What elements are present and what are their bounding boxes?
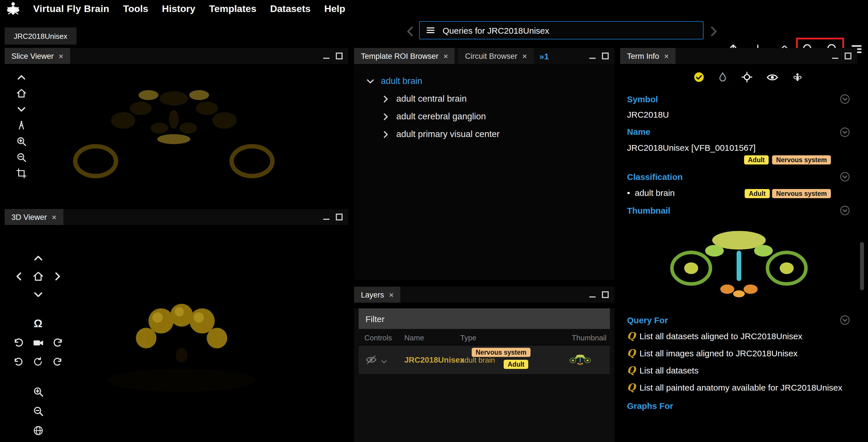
- minimize-icon[interactable]: [323, 219, 330, 220]
- layers-filter-input[interactable]: Filter: [359, 308, 610, 329]
- visibility-toggle-icon[interactable]: [366, 354, 377, 366]
- close-icon[interactable]: ×: [523, 52, 527, 60]
- 3d-viewer-tab[interactable]: 3D Viewer ×: [5, 209, 63, 225]
- measure-tool-button[interactable]: [16, 120, 27, 131]
- layer-thumbnail-image[interactable]: [568, 353, 593, 367]
- query-link[interactable]: QList all datasets aligned to JRC2018Uni…: [627, 330, 850, 343]
- collapse-chevron-icon[interactable]: [839, 171, 850, 182]
- collapse-chevron-icon[interactable]: [839, 205, 850, 216]
- term-thumbnail-image[interactable]: [657, 220, 820, 308]
- chevron-down-icon[interactable]: [366, 76, 375, 86]
- rotate-left-button[interactable]: [13, 271, 25, 282]
- tree-node-adult-central-brain[interactable]: adult central brain: [381, 90, 615, 107]
- chevron-right-icon[interactable]: [381, 129, 391, 139]
- zoom-in-button[interactable]: [16, 136, 27, 147]
- crop-tool-button[interactable]: [16, 168, 27, 179]
- query-link[interactable]: QList all painted anatomy available for …: [627, 381, 850, 394]
- minimize-icon[interactable]: [589, 296, 596, 297]
- slice-up-button[interactable]: [16, 72, 27, 83]
- close-icon[interactable]: ×: [664, 52, 669, 60]
- more-tabs-button[interactable]: »1: [534, 51, 555, 61]
- flip-view-button[interactable]: Ω: [34, 317, 42, 330]
- close-icon[interactable]: ×: [444, 52, 448, 60]
- maximize-icon[interactable]: [336, 214, 343, 220]
- slice-down-button[interactable]: [16, 104, 27, 115]
- search-next-icon[interactable]: [707, 25, 721, 38]
- minimize-icon[interactable]: [589, 58, 596, 59]
- chevron-right-icon[interactable]: [381, 93, 391, 104]
- maximize-icon[interactable]: [602, 53, 609, 59]
- menu-tools[interactable]: Tools: [123, 3, 148, 15]
- collapse-chevron-icon[interactable]: [839, 94, 850, 105]
- maximize-icon[interactable]: [336, 53, 343, 59]
- close-icon[interactable]: ×: [52, 213, 56, 221]
- menu-datasets[interactable]: Datasets: [270, 3, 311, 15]
- tree-node-adult-cerebral-ganglion[interactable]: adult cerebral ganglion: [381, 107, 615, 125]
- chevron-right-icon[interactable]: [381, 111, 391, 122]
- center-target-icon[interactable]: [741, 71, 753, 83]
- 3d-viewer-header: 3D Viewer ×: [5, 209, 348, 225]
- layer-name[interactable]: JRC2018Unisex: [404, 355, 464, 364]
- maximize-icon[interactable]: [602, 291, 609, 298]
- search-prev-icon[interactable]: [403, 25, 417, 38]
- query-link[interactable]: QList all images aligned to JRC2018Unise…: [627, 347, 850, 360]
- term-info-header: Term Info ×: [620, 48, 857, 64]
- tree-node-adult-primary-visual-center[interactable]: adult primary visual center: [381, 125, 615, 143]
- minimize-icon[interactable]: [323, 58, 330, 59]
- zoom-out-button[interactable]: [16, 152, 27, 163]
- slice-viewer-panel: Slice Viewer ×: [5, 48, 348, 203]
- roll-ccw-button[interactable]: [13, 337, 25, 348]
- layers-tab[interactable]: Layers ×: [354, 287, 400, 303]
- eye-icon[interactable]: [766, 71, 778, 83]
- section-symbol: Symbol: [627, 94, 658, 104]
- menu-templates[interactable]: Templates: [209, 3, 256, 15]
- 3d-viewer-canvas[interactable]: Ω: [5, 225, 348, 442]
- tree-node-adult-brain[interactable]: adult brain: [366, 72, 615, 90]
- search-menu-icon[interactable]: [426, 25, 436, 35]
- chevron-down-icon[interactable]: [380, 356, 388, 367]
- tilt-up-button[interactable]: [33, 252, 44, 264]
- term-info-tab[interactable]: Term Info ×: [620, 48, 676, 64]
- reset-rotation-button[interactable]: [33, 356, 43, 368]
- roll-cw-button[interactable]: [52, 337, 63, 348]
- badge-adult: Adult: [744, 155, 769, 164]
- zoom-in-button[interactable]: [33, 386, 44, 398]
- layers-columns: Controls Name Type Thumbnail: [359, 330, 610, 345]
- tab-template-roi-browser[interactable]: Template ROI Browser ×: [354, 48, 455, 64]
- query-link[interactable]: QList all datasets: [627, 364, 850, 377]
- collapse-chevron-icon[interactable]: [839, 315, 850, 326]
- vfb-fly-logo-icon[interactable]: [5, 1, 22, 18]
- column-type: Type: [460, 334, 476, 342]
- menu-history[interactable]: History: [162, 3, 195, 15]
- slice-viewer-tab[interactable]: Slice Viewer ×: [5, 48, 70, 64]
- droplet-icon[interactable]: [717, 71, 728, 83]
- document-tab[interactable]: JRC2018Unisex: [5, 27, 76, 44]
- roi-tree: adult brain adult central brain adult ce…: [354, 64, 615, 143]
- spin-cw-button[interactable]: [52, 356, 63, 368]
- check-badge-icon[interactable]: [693, 71, 705, 83]
- tab-circuit-browser[interactable]: Circuit Browser ×: [458, 48, 534, 64]
- collapse-chevron-icon[interactable]: [839, 126, 850, 138]
- minimize-icon[interactable]: [832, 58, 838, 59]
- fly-icon[interactable]: [792, 71, 803, 83]
- scrollbar-thumb[interactable]: [860, 242, 864, 290]
- tilt-down-button[interactable]: [33, 289, 44, 301]
- maximize-icon[interactable]: [845, 53, 851, 59]
- menu-help[interactable]: Help: [324, 3, 345, 15]
- rotate-right-button[interactable]: [52, 271, 63, 282]
- wireframe-button[interactable]: [33, 425, 44, 436]
- home-view-button[interactable]: [33, 271, 44, 282]
- zoom-out-button[interactable]: [33, 406, 44, 417]
- term-action-bar: [627, 70, 850, 87]
- slice-viewer-canvas[interactable]: [5, 64, 348, 203]
- snapshot-button[interactable]: [33, 337, 44, 349]
- classification-term[interactable]: adult brain: [635, 188, 675, 198]
- top-nav: Virtual Fly Brain Tools History Template…: [0, 0, 868, 18]
- close-icon[interactable]: ×: [389, 290, 394, 299]
- spin-ccw-button[interactable]: [13, 356, 24, 368]
- close-icon[interactable]: ×: [59, 52, 63, 60]
- query-search-input[interactable]: [441, 25, 697, 36]
- slice-home-button[interactable]: [16, 88, 27, 99]
- brand-link[interactable]: Virtual Fly Brain: [33, 3, 110, 15]
- layer-row[interactable]: JRC2018Unisex adult brain Nervous system…: [359, 345, 610, 374]
